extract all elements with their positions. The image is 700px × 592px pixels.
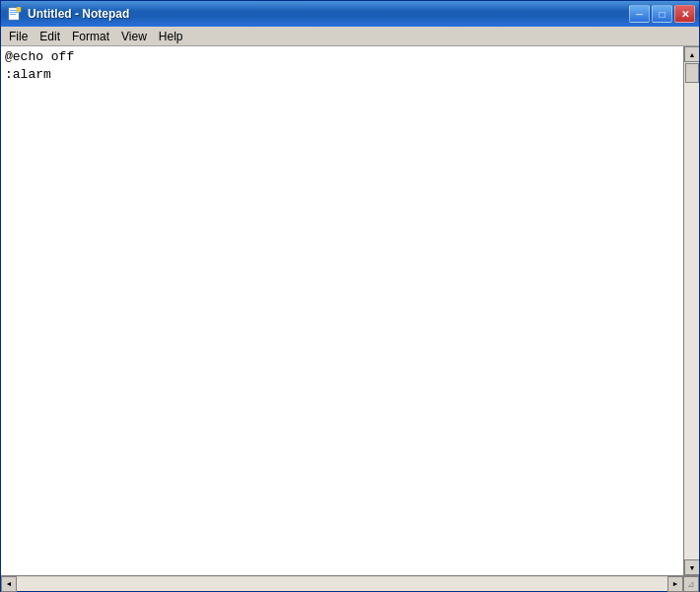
maximize-button[interactable]: □ — [652, 5, 672, 23]
vertical-scrollbar: ▲ ▼ — [683, 46, 699, 575]
menu-format[interactable]: Format — [66, 28, 115, 45]
text-editor[interactable] — [1, 46, 683, 575]
menu-file[interactable]: File — [3, 28, 34, 45]
window-controls: ─ □ ✕ — [629, 5, 695, 23]
scroll-down-button[interactable]: ▼ — [684, 559, 699, 575]
resize-grip[interactable]: ⊿ — [683, 576, 699, 592]
close-button[interactable]: ✕ — [674, 5, 695, 23]
scroll-track-vertical[interactable] — [684, 62, 699, 559]
menu-edit[interactable]: Edit — [34, 28, 66, 45]
svg-rect-4 — [17, 7, 21, 12]
title-bar-left: Untitled - Notepad — [7, 6, 129, 22]
menu-view[interactable]: View — [115, 28, 153, 45]
scroll-right-button[interactable]: ► — [667, 576, 683, 592]
scroll-thumb-vertical[interactable] — [685, 63, 699, 83]
menu-bar: File Edit Format View Help — [1, 27, 699, 46]
scroll-track-horizontal[interactable] — [17, 577, 667, 591]
notepad-window: Untitled - Notepad ─ □ ✕ File Edit Forma… — [0, 0, 700, 592]
editor-area: ▲ ▼ — [1, 46, 699, 575]
window-title: Untitled - Notepad — [28, 7, 129, 21]
title-bar: Untitled - Notepad ─ □ ✕ — [1, 1, 699, 27]
scroll-left-button[interactable]: ◄ — [1, 576, 17, 592]
scroll-up-button[interactable]: ▲ — [684, 46, 699, 62]
menu-help[interactable]: Help — [153, 28, 189, 45]
svg-rect-3 — [10, 14, 16, 15]
horizontal-scrollbar: ◄ ► ⊿ — [1, 575, 699, 591]
minimize-button[interactable]: ─ — [629, 5, 650, 23]
notepad-icon — [7, 6, 23, 22]
